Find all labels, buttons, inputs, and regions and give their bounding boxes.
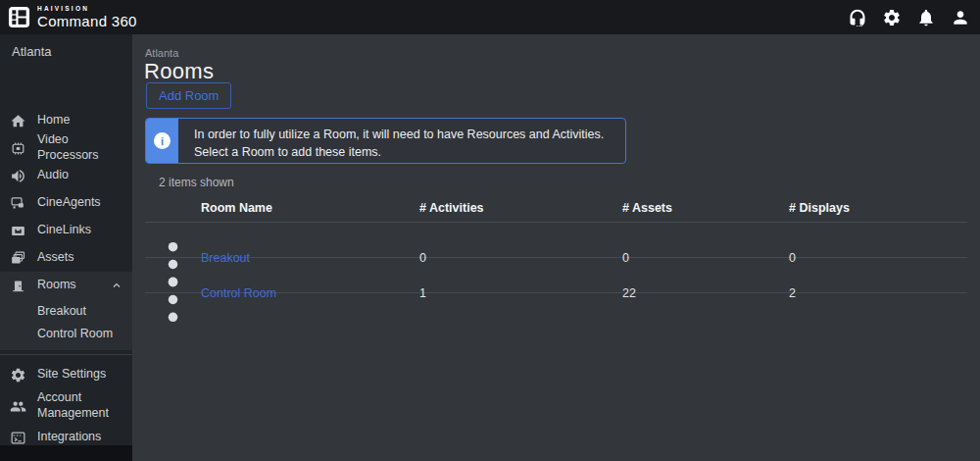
home-icon	[10, 113, 26, 129]
cell-assets: 0	[622, 251, 789, 265]
main-content: Atlanta Rooms Add Room i In order to ful…	[132, 34, 980, 461]
info-icon: i	[154, 132, 171, 149]
page-title: Rooms	[144, 59, 214, 84]
sidebar: Atlanta Home Video Processors Audio Cine…	[0, 34, 132, 461]
sidebar-item-assets[interactable]: Assets	[0, 244, 132, 272]
brand-haivision: HAIVISION	[37, 6, 137, 13]
table-header-row: Room Name # Activities # Assets # Displa…	[145, 194, 967, 223]
brand-command360: Command 360	[37, 14, 137, 28]
brand-text: HAIVISION Command 360	[37, 6, 137, 29]
sidebar-item-label: Home	[37, 113, 70, 128]
cell-activities: 0	[419, 251, 622, 265]
account-person-icon[interactable]	[951, 8, 970, 27]
cell-activities: 1	[419, 286, 622, 300]
room-link-control-room[interactable]: Control Room	[201, 286, 276, 300]
cell-displays: 0	[789, 251, 967, 265]
info-banner: i In order to fully utilize a Room, it w…	[145, 118, 626, 164]
haivision-logo-icon	[8, 6, 30, 28]
sidebar-item-audio[interactable]: Audio	[0, 162, 132, 189]
sidebar-item-cineagents[interactable]: CineAgents	[0, 189, 132, 217]
items-shown-count: 2 items shown	[159, 176, 234, 189]
people-icon	[10, 398, 26, 415]
sidebar-item-label: Assets	[37, 250, 74, 266]
room-link-breakout[interactable]: Breakout	[201, 251, 250, 265]
add-room-button[interactable]: Add Room	[146, 82, 231, 109]
sidebar-nav: Home Video Processors Audio CineAgents C	[0, 107, 132, 461]
gear-icon	[10, 367, 26, 384]
audio-speaker-icon	[10, 168, 26, 184]
top-bar: HAIVISION Command 360	[0, 0, 980, 34]
sidebar-item-label: Video Processors	[37, 132, 120, 163]
sidebar-item-video-processors[interactable]: Video Processors	[0, 134, 132, 162]
cell-assets: 22	[622, 286, 789, 300]
sidebar-item-cinelinks[interactable]: CineLinks	[0, 217, 132, 244]
site-label: Atlanta	[0, 34, 132, 68]
cineagents-icon	[10, 195, 26, 212]
rooms-table: Room Name # Activities # Assets # Displa…	[145, 194, 967, 293]
sidebar-group-rooms: Rooms Breakout Control Room	[0, 272, 132, 350]
brand: HAIVISION Command 360	[0, 6, 137, 29]
rooms-door-icon	[10, 278, 26, 294]
column-displays: # Displays	[789, 201, 967, 215]
cinelinks-icon	[10, 223, 26, 239]
column-activities: # Activities	[419, 201, 622, 215]
chevron-up-icon[interactable]	[111, 280, 122, 291]
settings-gear-icon[interactable]	[882, 8, 902, 27]
sidebar-item-account-management[interactable]: Account Management	[0, 388, 132, 424]
terminal-icon	[10, 430, 26, 446]
cell-displays: 2	[789, 286, 967, 300]
sidebar-item-rooms[interactable]: Rooms	[0, 272, 132, 299]
sidebar-subitem-control-room[interactable]: Control Room	[0, 322, 132, 344]
assets-stack-icon	[10, 250, 26, 267]
sidebar-divider	[0, 354, 132, 355]
table-row: Breakout 0 0 0	[145, 223, 967, 258]
info-banner-accent: i	[146, 119, 178, 163]
sidebar-footer	[0, 445, 132, 461]
column-room-name: Room Name	[201, 201, 419, 215]
topbar-icons	[848, 8, 980, 27]
row-menu-kebab-icon[interactable]	[145, 272, 201, 328]
sidebar-subitem-breakout[interactable]: Breakout	[0, 299, 132, 322]
sidebar-item-label: CineLinks	[37, 223, 91, 238]
notifications-bell-icon[interactable]	[916, 8, 936, 27]
sidebar-item-label: Site Settings	[37, 367, 106, 383]
sidebar-item-site-settings[interactable]: Site Settings	[0, 361, 132, 388]
info-banner-text: In order to fully utilize a Room, it wil…	[178, 119, 625, 163]
breadcrumb: Atlanta	[145, 47, 178, 59]
sidebar-item-home[interactable]: Home	[0, 107, 132, 134]
processor-icon	[10, 140, 26, 157]
sidebar-item-label: Audio	[37, 168, 69, 183]
support-icon[interactable]	[848, 8, 867, 27]
column-assets: # Assets	[622, 201, 789, 215]
sidebar-item-label: Integrations	[37, 430, 101, 445]
sidebar-item-label: Account Management	[37, 390, 120, 421]
sidebar-item-label: CineAgents	[37, 195, 101, 211]
sidebar-item-label: Rooms	[37, 278, 76, 293]
